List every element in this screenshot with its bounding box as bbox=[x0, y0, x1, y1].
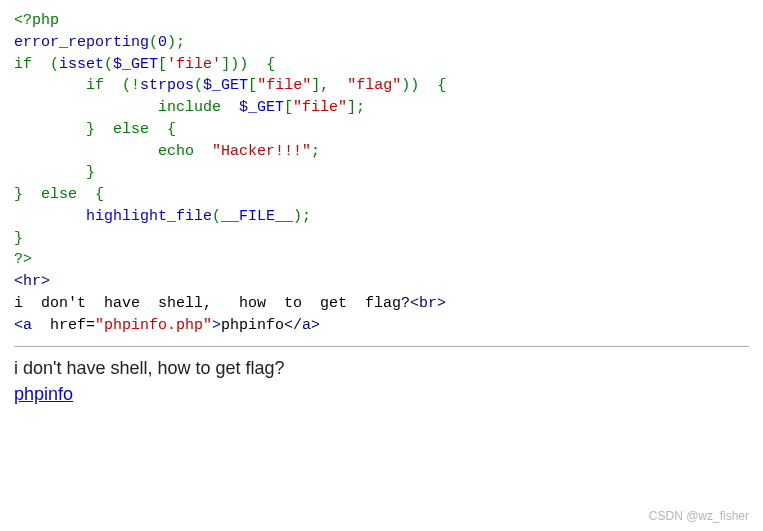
fn-highlight-file: highlight_file bbox=[86, 208, 212, 225]
str-flag: "flag" bbox=[347, 77, 401, 94]
a-lt: < bbox=[14, 317, 23, 334]
watermark: CSDN @wz_fisher bbox=[649, 508, 749, 525]
var-get-2: $_GET bbox=[203, 77, 248, 94]
kw-else: else bbox=[113, 121, 149, 138]
hr-lt: < bbox=[14, 273, 23, 290]
a-end-tag: </a> bbox=[284, 317, 320, 334]
var-get-3: $_GET bbox=[239, 99, 284, 116]
source-code-block: <?php error_reporting(0); if (isset($_GE… bbox=[14, 10, 749, 336]
a-tag: a bbox=[23, 317, 32, 334]
a-gt: > bbox=[212, 317, 221, 334]
const-file: __FILE__ bbox=[221, 208, 293, 225]
href-val: "phpinfo.php" bbox=[95, 317, 212, 334]
str-file-sq: 'file' bbox=[167, 56, 221, 73]
br-lt: < bbox=[410, 295, 419, 312]
php-close-tag: ?> bbox=[14, 251, 32, 268]
kw-include: include bbox=[158, 99, 221, 116]
str-hacker: "Hacker!!!" bbox=[212, 143, 311, 160]
hr-gt: > bbox=[41, 273, 50, 290]
kw-if: if bbox=[14, 56, 32, 73]
rendered-output: i don't have shell, how to get flag? php… bbox=[14, 355, 749, 407]
kw-echo: echo bbox=[158, 143, 194, 160]
kw-if-inner: if bbox=[86, 77, 104, 94]
link-text-src: phpinfo bbox=[221, 317, 284, 334]
kw-else-outer: else bbox=[41, 186, 77, 203]
br-tag: br bbox=[419, 295, 437, 312]
phpinfo-link[interactable]: phpinfo bbox=[14, 384, 73, 404]
href-attr: href= bbox=[32, 317, 95, 334]
divider bbox=[14, 346, 749, 347]
fn-strpos: strpos bbox=[140, 77, 194, 94]
php-open-tag: <?php bbox=[14, 12, 59, 29]
literal-zero: 0 bbox=[158, 34, 167, 51]
fn-isset: isset bbox=[59, 56, 104, 73]
fn-error-reporting: error_reporting bbox=[14, 34, 149, 51]
str-file-dq: "file" bbox=[257, 77, 311, 94]
br-gt: > bbox=[437, 295, 446, 312]
var-get: $_GET bbox=[113, 56, 158, 73]
str-file-dq-2: "file" bbox=[293, 99, 347, 116]
text-no-shell: i don't have shell, how to get flag? bbox=[14, 295, 410, 312]
rendered-question: i don't have shell, how to get flag? bbox=[14, 355, 749, 381]
hr-tag: hr bbox=[23, 273, 41, 290]
